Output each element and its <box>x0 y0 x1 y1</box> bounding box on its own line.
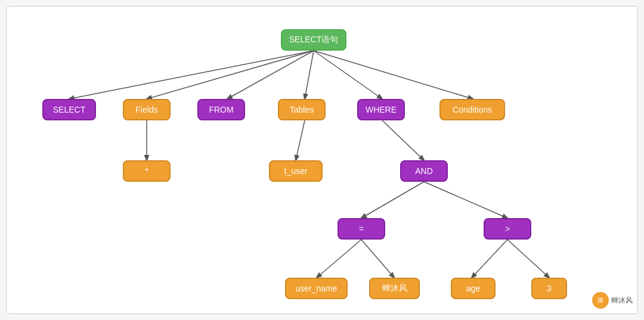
diagram-container: SELECT语句 SELECT Fields FROM Tables WHERE… <box>6 6 638 314</box>
node-fields: Fields <box>123 99 171 120</box>
node-age: age <box>451 278 496 299</box>
connector-lines <box>7 7 637 313</box>
node-chanyufeng: 蝉沐风 <box>369 278 420 299</box>
node-star: * <box>123 160 171 182</box>
svg-line-14 <box>507 240 549 278</box>
svg-line-1 <box>147 51 314 99</box>
svg-line-13 <box>472 240 507 278</box>
svg-line-0 <box>69 51 314 99</box>
svg-line-2 <box>227 51 314 99</box>
node-eq: = <box>338 218 385 240</box>
watermark-text: 蝉沐风 <box>611 296 633 306</box>
node-tuser: t_user <box>269 160 323 182</box>
svg-line-12 <box>361 240 394 278</box>
node-conditions: Conditions <box>439 99 505 120</box>
svg-line-4 <box>314 51 382 99</box>
svg-line-10 <box>424 182 507 218</box>
svg-line-11 <box>317 240 361 278</box>
node-gt: > <box>484 218 531 240</box>
watermark-icon: 微 <box>592 292 609 309</box>
node-tables: Tables <box>278 99 326 120</box>
svg-line-9 <box>361 182 424 218</box>
node-select: SELECT <box>42 99 96 120</box>
svg-line-5 <box>314 51 473 99</box>
node-username: user_name <box>285 278 348 299</box>
node-three: 3 <box>531 278 567 299</box>
svg-line-8 <box>382 120 424 160</box>
node-from: FROM <box>197 99 245 120</box>
watermark: 微 蝉沐风 <box>592 292 633 309</box>
svg-line-7 <box>296 120 305 160</box>
node-where: WHERE <box>357 99 405 120</box>
svg-line-3 <box>305 51 314 99</box>
node-and: AND <box>400 160 448 182</box>
node-root: SELECT语句 <box>281 29 346 51</box>
